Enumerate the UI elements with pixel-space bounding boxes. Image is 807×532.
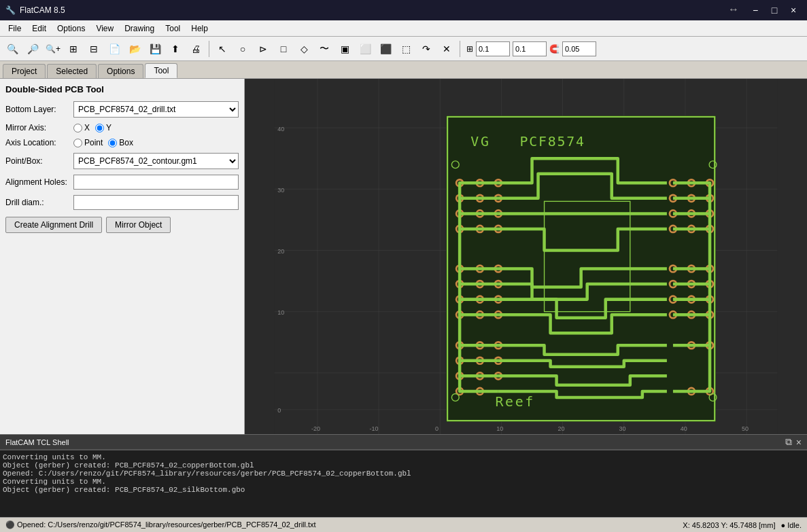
wave-tool[interactable]: 〜	[315, 39, 334, 58]
grid-x-input[interactable]	[476, 41, 510, 56]
resize-icon: ↔	[728, 3, 739, 17]
pcb-canvas: -20 -10 0 10 20 30 40 50 40 30 20 10 0	[245, 79, 807, 434]
app-title: FlatCAM 8.5	[20, 5, 65, 15]
titlebar-controls: ↔ − □ ×	[728, 3, 802, 17]
circle-tool[interactable]: ○	[233, 39, 252, 58]
alignment-holes-control	[73, 175, 239, 190]
grid-icon: ⊞	[466, 44, 473, 54]
mirror-axis-x-label[interactable]: X	[73, 123, 90, 132]
menu-help[interactable]: Help	[186, 22, 213, 35]
maximize-button[interactable]: □	[766, 3, 783, 17]
mirror-axis-y-radio[interactable]	[95, 124, 104, 132]
grid-snap-button[interactable]: ⊟	[84, 39, 103, 58]
tab-project[interactable]: Project	[3, 64, 46, 78]
axis-label-y-10: 10	[277, 309, 284, 316]
tab-options[interactable]: Options	[98, 64, 143, 78]
axis-label-x-40: 40	[681, 425, 687, 432]
new-button[interactable]: 📄	[105, 39, 124, 58]
rect-tool[interactable]: □	[274, 39, 293, 58]
menu-tool[interactable]: Tool	[160, 22, 186, 35]
axis-label-y-0: 0	[277, 407, 281, 414]
axis-label-x-neg10: -10	[370, 425, 379, 432]
tab-selected[interactable]: Selected	[47, 64, 97, 78]
create-alignment-drill-button[interactable]: Create Alignment Drill	[5, 217, 102, 233]
mirror-axis-y-label[interactable]: Y	[95, 123, 111, 132]
tcl-shell[interactable]: Converting units to MM. Object (gerber) …	[0, 449, 807, 517]
poly-tool[interactable]: ◇	[294, 39, 313, 58]
titlebar: 🔧 FlatCAM 8.5 ↔ − □ ×	[0, 0, 807, 20]
menu-edit[interactable]: Edit	[27, 22, 52, 35]
alignment-holes-input[interactable]	[73, 175, 239, 190]
statusbar: ⚫ Opened: C:/Users/renzo/git/PCF8574_lib…	[0, 517, 807, 532]
mirror-object-button[interactable]: Mirror Object	[106, 217, 171, 233]
move-tool[interactable]: ⬚	[396, 39, 415, 58]
zoom-in-button[interactable]: 🔍+	[44, 39, 63, 58]
axis-point-radio[interactable]	[73, 139, 82, 147]
zoom-fit-button[interactable]: 🔍	[3, 39, 22, 58]
tcl-shell-titlebar: FlatCAM TCL Shell ⧉ ×	[0, 434, 807, 449]
tcl-line-5: Object (gerber) created: PCB_PCF8574_02_…	[3, 486, 804, 494]
tcl-detach-button[interactable]: ⧉	[785, 436, 792, 448]
path-tool[interactable]: ⊳	[254, 39, 273, 58]
tcl-line-2: Object (gerber) created: PCB_PCF8574_02_…	[3, 461, 804, 469]
axis-label-y-40: 40	[277, 126, 284, 132]
statusbar-path: ⚫ Opened: C:/Users/renzo/git/PCF8574_lib…	[5, 520, 683, 529]
bottom-layer-select[interactable]: PCB_PCF8574_02_drill.txt	[73, 101, 239, 118]
close-button[interactable]: ×	[785, 3, 802, 17]
tcl-shell-buttons: ⧉ ×	[785, 436, 802, 448]
save-button[interactable]: 💾	[145, 39, 165, 58]
drill-diam-input[interactable]	[73, 195, 239, 210]
alignment-holes-label: Alignment Holes:	[5, 177, 73, 187]
menu-file[interactable]: File	[3, 22, 27, 35]
tcl-shell-title-text: FlatCAM TCL Shell	[5, 438, 69, 446]
menu-drawing[interactable]: Drawing	[119, 22, 160, 35]
axis-label-x-neg20: -20	[311, 425, 320, 432]
axis-box-radio[interactable]	[108, 139, 117, 147]
bottom-layer-control: PCB_PCF8574_02_drill.txt	[73, 101, 239, 118]
tcl-line-1: Converting units to MM.	[3, 453, 804, 461]
statusbar-right: X: 45.8203 Y: 45.7488 [mm] ● Idle.	[683, 521, 802, 529]
mirror-axis-x-text: X	[84, 123, 90, 132]
toolbar: 🔍 🔎 🔍+ ⊞ ⊟ 📄 📂 💾 ⬆ 🖨 ↖ ○ ⊳ □ ◇ 〜 ▣ ⬜ ⬛ ⬚…	[0, 37, 807, 61]
app-window: 🔧 FlatCAM 8.5 ↔ − □ × File Edit Options …	[0, 0, 807, 532]
axis-label-x-30: 30	[619, 425, 626, 432]
point-box-row: Point/Box: PCB_PCF8574_02_contour.gm1	[5, 153, 239, 169]
axis-box-label[interactable]: Box	[108, 138, 133, 147]
axis-label-y-20: 20	[277, 248, 284, 255]
zoom-out-button[interactable]: 🔎	[23, 39, 42, 58]
axis-label-y-30: 30	[277, 187, 284, 194]
point-box-select[interactable]: PCB_PCF8574_02_contour.gm1	[73, 153, 239, 169]
minimize-button[interactable]: −	[747, 3, 763, 17]
tcl-line-3: Opened: C:/Users/renzo/git/PCF8574_libra…	[3, 469, 804, 478]
export-button[interactable]: ⬆	[166, 39, 185, 58]
buffer-tool[interactable]: ⬜	[356, 39, 375, 58]
resize-tool[interactable]: ⬛	[376, 39, 395, 58]
axis-point-label[interactable]: Point	[73, 138, 103, 147]
delete-tool[interactable]: ✕	[437, 39, 456, 58]
statusbar-coords: X: 45.8203 Y: 45.7488 [mm]	[683, 521, 775, 529]
bottom-layer-label: Bottom Layer:	[5, 105, 73, 114]
mirror-axis-group: X Y	[73, 123, 239, 132]
menu-options[interactable]: Options	[52, 22, 90, 35]
tab-tool[interactable]: Tool	[145, 63, 177, 78]
canvas-area[interactable]: -20 -10 0 10 20 30 40 50 40 30 20 10 0	[245, 79, 807, 434]
tcl-close-button[interactable]: ×	[796, 436, 802, 448]
select-tool[interactable]: ↖	[213, 39, 232, 58]
cut-tool[interactable]: ▣	[335, 39, 354, 58]
drill-diam-row: Drill diam.:	[5, 195, 239, 210]
rotate-tool[interactable]: ↷	[417, 39, 436, 58]
action-buttons: Create Alignment Drill Mirror Object	[5, 217, 239, 233]
mirror-axis-label: Mirror Axis:	[5, 123, 73, 132]
drill-diam-control	[73, 195, 239, 210]
print-button[interactable]: 🖨	[186, 39, 205, 58]
snap-input[interactable]	[562, 41, 596, 56]
point-box-label: Point/Box:	[5, 156, 73, 166]
mirror-axis-x-radio[interactable]	[73, 124, 82, 132]
open-button[interactable]: 📂	[125, 39, 144, 58]
tcl-line-4: Converting units to MM.	[3, 478, 804, 486]
grid-toggle-button[interactable]: ⊞	[64, 39, 83, 58]
axis-label-x-10: 10	[496, 425, 503, 432]
menu-view[interactable]: View	[90, 22, 119, 35]
toolbar-separator-1	[209, 41, 209, 57]
grid-y-input[interactable]	[513, 41, 547, 56]
